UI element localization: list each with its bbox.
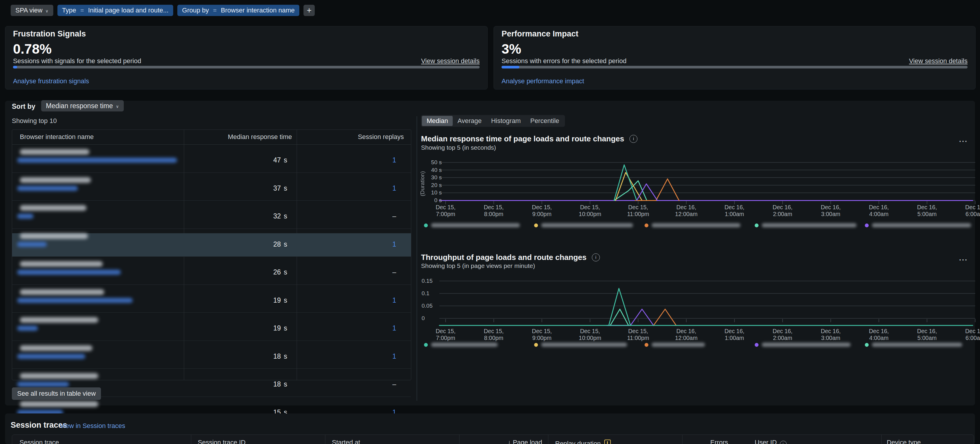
session-replay-link[interactable]: 1 (392, 240, 396, 248)
tab-median[interactable]: Median (422, 116, 453, 126)
view-in-session-traces-link[interactable]: View in Session traces (60, 422, 125, 430)
session-replay-link[interactable]: 1 (392, 156, 396, 164)
legend-item[interactable] (865, 343, 962, 347)
view-session-details-link[interactable]: View session details (909, 57, 967, 65)
median-unit: s (284, 296, 288, 304)
session-replay-link[interactable]: 1 (392, 296, 396, 304)
x-label-time: 9:00pm (524, 211, 560, 217)
x-axis-tick-label: Dec 16,12:00am (668, 204, 704, 217)
legend-item[interactable] (644, 223, 740, 227)
cell-session-replays: – (297, 212, 396, 220)
legend-item[interactable] (534, 343, 627, 347)
column-header-median[interactable]: Median response time (184, 133, 292, 141)
legend-dot-icon (865, 343, 869, 347)
see-all-results-button[interactable]: See all results in table view (12, 387, 101, 400)
y-axis-tick-label: 40 s (423, 166, 442, 174)
x-label-date: Dec 15, (524, 204, 560, 211)
cell-session-replays: 1 (297, 240, 396, 248)
st-column-replay-duration[interactable]: Replay duration (555, 439, 611, 444)
column-header-replays[interactable]: Session replays (297, 133, 404, 141)
legend-item[interactable] (865, 223, 971, 227)
view-selector[interactable]: SPA view ∨ (11, 5, 53, 16)
st-column-device-type[interactable]: Device type (887, 439, 921, 444)
filter-chip-value: Initial page load and route... (88, 6, 169, 14)
st-column-page-load[interactable]: ↓ Page load (465, 439, 542, 444)
x-label-date: Dec 15, (620, 204, 656, 211)
session-replay-link[interactable]: 1 (392, 352, 396, 360)
x-axis-tick-label: Dec 15,10:00pm (572, 328, 608, 342)
table-row[interactable]: 32s– (12, 205, 411, 229)
st-column-label: User ID (755, 439, 777, 444)
st-column-session-trace[interactable]: Session trace (19, 439, 59, 444)
progress-bar (13, 66, 480, 69)
median-unit: s (284, 240, 288, 248)
table-row[interactable]: 18s1 (12, 345, 411, 369)
chart-menu-ellipsis-icon[interactable]: ⋯ (959, 257, 969, 263)
tab-histogram[interactable]: Histogram (487, 116, 525, 126)
throughput-chart[interactable] (421, 278, 978, 332)
sort-by-dropdown[interactable]: Median response time ∨ (41, 100, 124, 112)
legend-item[interactable] (755, 223, 856, 227)
filter-chip-type[interactable]: Type = Initial page load and route... (57, 5, 173, 16)
x-label-time: 1:00am (717, 335, 752, 342)
x-label-date: Dec 16, (909, 204, 945, 211)
redacted-name-text (20, 205, 86, 211)
st-column-label: Page load (513, 439, 542, 444)
progress-fill (13, 66, 17, 69)
table-row[interactable]: 37s1 (12, 177, 411, 201)
x-axis-tick-label: Dec 16,6:00am (958, 204, 980, 217)
cell-session-replays: 1 (297, 184, 396, 192)
x-axis-tick-label: Dec 15,10:00pm (572, 204, 608, 217)
cell-session-replays: 1 (297, 324, 396, 332)
st-column-started-at[interactable]: Started at (332, 439, 360, 444)
st-column-user-id[interactable]: User IDi (755, 439, 787, 444)
median-chart-title: Median response time of page loads and r… (421, 134, 638, 144)
table-row[interactable]: 28s1 (12, 233, 411, 257)
analyse-performance-link[interactable]: Analyse performance impact (501, 77, 584, 85)
x-label-date: Dec 16, (958, 204, 980, 211)
st-column-session-trace-id[interactable]: Session trace ID (198, 439, 245, 444)
tab-average[interactable]: Average (453, 116, 487, 126)
redacted-legend-text (431, 223, 520, 227)
legend-item[interactable] (644, 343, 705, 347)
table-row[interactable]: 19s1 (12, 289, 411, 313)
filter-chip-label: Group by (182, 6, 209, 14)
median-response-chart[interactable] (421, 160, 978, 207)
x-label-date: Dec 16, (813, 328, 848, 335)
x-axis-tick-label: Dec 15,7:00pm (428, 204, 463, 217)
median-value: 32 (273, 212, 281, 220)
tab-percentile[interactable]: Percentile (525, 116, 564, 126)
add-filter-button[interactable]: + (304, 5, 315, 16)
cell-median-response: 28s (184, 240, 287, 248)
legend-item[interactable] (424, 223, 520, 227)
x-label-time: 6:00am (958, 211, 980, 217)
redacted-url-text (17, 382, 69, 387)
legend-item[interactable] (755, 343, 851, 347)
analyse-frustration-link[interactable]: Analyse frustration signals (13, 77, 89, 85)
filter-chip-groupby[interactable]: Group by = Browser interaction name (177, 5, 299, 16)
view-session-details-link[interactable]: View session details (421, 57, 480, 65)
median-value: 19 (273, 296, 281, 304)
redacted-legend-text (652, 343, 705, 347)
table-row[interactable]: 26s– (12, 261, 411, 285)
x-axis-tick-label: Dec 15,11:00pm (620, 204, 656, 217)
frustration-value: 0.78% (13, 41, 51, 57)
session-replay-link[interactable]: 1 (392, 324, 396, 332)
info-icon[interactable]: i (592, 254, 600, 262)
info-icon[interactable]: i (630, 135, 638, 143)
legend-item[interactable] (534, 223, 633, 227)
filter-bar: SPA view ∨ Type = Initial page load and … (11, 5, 315, 16)
sort-descending-icon: ↓ (508, 439, 511, 444)
redacted-name-text (20, 401, 98, 407)
x-axis-tick-label: Dec 15,9:00pm (524, 204, 560, 217)
series-purple-spike (637, 184, 657, 200)
session-replay-link[interactable]: 1 (392, 184, 396, 192)
y-axis-tick-label: 0.05 (422, 302, 440, 310)
st-column-errors[interactable]: Errors (669, 439, 728, 444)
column-header-name[interactable]: Browser interaction name (20, 133, 94, 141)
x-label-date: Dec 15, (476, 204, 512, 211)
chart-menu-ellipsis-icon[interactable]: ⋯ (959, 138, 969, 144)
table-row[interactable]: 19s1 (12, 317, 411, 341)
table-row[interactable]: 47s1 (12, 149, 411, 173)
legend-item[interactable] (424, 343, 498, 347)
